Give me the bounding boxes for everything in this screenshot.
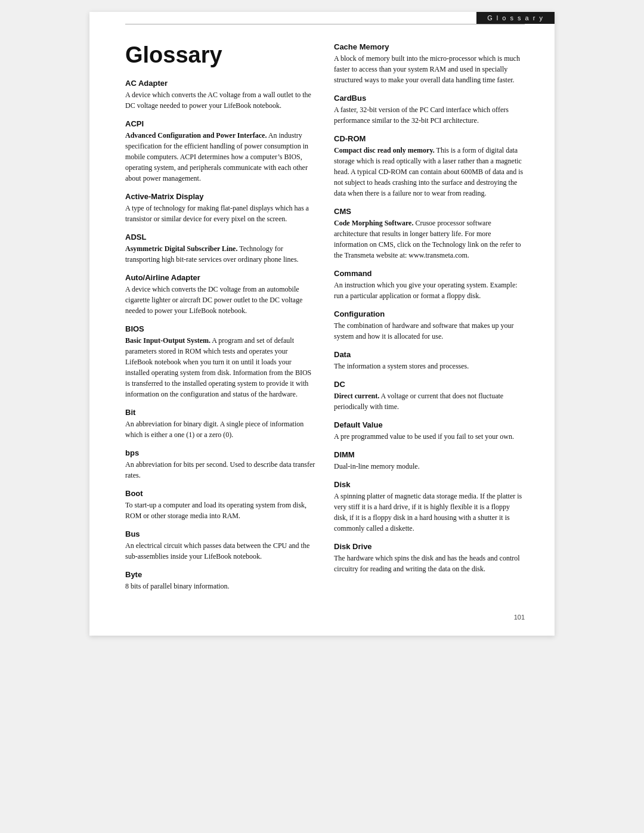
term-block: DataThe information a system stores and … — [334, 350, 525, 371]
term-body: 8 bits of parallel binary information. — [125, 581, 316, 592]
term-title: bps — [125, 448, 316, 457]
term-body: Direct current. A voltage or current tha… — [334, 391, 525, 412]
left-column: Glossary AC AdapterA device which conver… — [125, 42, 316, 600]
term-body: The information a system stores and proc… — [334, 361, 525, 371]
left-terms-container: AC AdapterA device which converts the AC… — [125, 79, 316, 592]
term-title: Bus — [125, 529, 316, 538]
term-block: CommandAn instruction which you give you… — [334, 269, 525, 301]
term-block: Auto/Airline AdapterA device which conve… — [125, 273, 316, 316]
term-block: BitAn abbreviation for binary digit. A s… — [125, 408, 316, 440]
term-body: Asymmetric Digital Subscriber Line. Tech… — [125, 243, 316, 265]
term-body: To start-up a computer and load its oper… — [125, 500, 316, 521]
term-title: Configuration — [334, 309, 525, 318]
term-block: Byte8 bits of parallel binary informatio… — [125, 570, 316, 592]
term-block: AC AdapterA device which converts the AC… — [125, 79, 316, 111]
term-title: Auto/Airline Adapter — [125, 273, 316, 282]
term-block: CMSCode Morphing Software. Crusoe proces… — [334, 207, 525, 261]
term-block: BIOSBasic Input-Output System. A program… — [125, 324, 316, 400]
term-body: The combination of hardware and software… — [334, 320, 525, 342]
term-block: Active-Matrix DisplayA type of technolog… — [125, 192, 316, 224]
term-title: CMS — [334, 207, 525, 216]
term-block: Default ValueA pre programmed value to b… — [334, 420, 525, 442]
term-title: Active-Matrix Display — [125, 192, 316, 201]
term-title: Cache Memory — [334, 42, 525, 51]
term-title: ACPI — [125, 119, 316, 128]
term-title: Command — [334, 269, 525, 278]
term-title: BIOS — [125, 324, 316, 333]
term-body: Compact disc read only memory. This is a… — [334, 145, 525, 199]
term-block: DCDirect current. A voltage or current t… — [334, 380, 525, 412]
term-body: An abbreviation for bits per second. Use… — [125, 459, 316, 481]
term-title: CardBus — [334, 94, 525, 103]
term-block: Cache MemoryA block of memory built into… — [334, 42, 525, 85]
header-bar: G l o s s a r y — [89, 12, 555, 24]
right-column: Cache MemoryA block of memory built into… — [334, 42, 525, 600]
term-block: ACPIAdvanced Configuration and Power Int… — [125, 119, 316, 184]
term-title: Disk Drive — [334, 542, 525, 551]
term-title: Bit — [125, 408, 316, 417]
term-body: An instruction which you give your opera… — [334, 280, 525, 301]
term-body: A faster, 32-bit version of the PC Card … — [334, 104, 525, 126]
term-body: A spinning platter of magnetic data stor… — [334, 491, 525, 534]
term-title: Data — [334, 350, 525, 359]
header-label: G l o s s a r y — [476, 12, 555, 24]
page-number: 101 — [514, 614, 525, 621]
term-body: Dual-in-line memory module. — [334, 461, 525, 472]
term-title: CD-ROM — [334, 134, 525, 143]
term-body: A block of memory built into the micro-p… — [334, 53, 525, 85]
right-terms-container: Cache MemoryA block of memory built into… — [334, 42, 525, 574]
term-body: A type of technology for making flat-pan… — [125, 203, 316, 224]
term-body: A device which converts the DC voltage f… — [125, 284, 316, 316]
term-body: An abbreviation for binary digit. A sing… — [125, 419, 316, 440]
term-block: DiskA spinning platter of magnetic data … — [334, 480, 525, 534]
term-title: AC Adapter — [125, 79, 316, 88]
term-body: Code Morphing Software. Crusoe processor… — [334, 218, 525, 261]
term-title: Disk — [334, 480, 525, 489]
term-block: BootTo start-up a computer and load its … — [125, 489, 316, 521]
term-block: BusAn electrical circuit which passes da… — [125, 529, 316, 562]
term-body: Advanced Configuration and Power Interfa… — [125, 130, 316, 184]
page-content: Glossary AC AdapterA device which conver… — [89, 24, 555, 636]
term-body: The hardware which spins the disk and ha… — [334, 553, 525, 574]
page: G l o s s a r y Glossary AC AdapterA dev… — [89, 12, 555, 636]
term-title: DIMM — [334, 450, 525, 459]
term-title: DC — [334, 380, 525, 389]
term-body: An electrical circuit which passes data … — [125, 540, 316, 562]
term-body: A device which converts the AC voltage f… — [125, 89, 316, 111]
term-title: ADSL — [125, 233, 316, 241]
term-block: CardBusA faster, 32-bit version of the P… — [334, 94, 525, 126]
term-block: CD-ROMCompact disc read only memory. Thi… — [334, 134, 525, 199]
term-title: Boot — [125, 489, 316, 498]
term-block: ConfigurationThe combination of hardware… — [334, 309, 525, 342]
term-body: A pre programmed value to be used if you… — [334, 431, 525, 442]
term-block: ADSLAsymmetric Digital Subscriber Line. … — [125, 233, 316, 265]
term-block: DIMMDual-in-line memory module. — [334, 450, 525, 472]
page-title: Glossary — [125, 42, 316, 68]
term-body: Basic Input-Output System. A program and… — [125, 335, 316, 400]
term-block: bpsAn abbreviation for bits per second. … — [125, 448, 316, 481]
term-title: Byte — [125, 570, 316, 579]
term-title: Default Value — [334, 420, 525, 429]
term-block: Disk DriveThe hardware which spins the d… — [334, 542, 525, 574]
